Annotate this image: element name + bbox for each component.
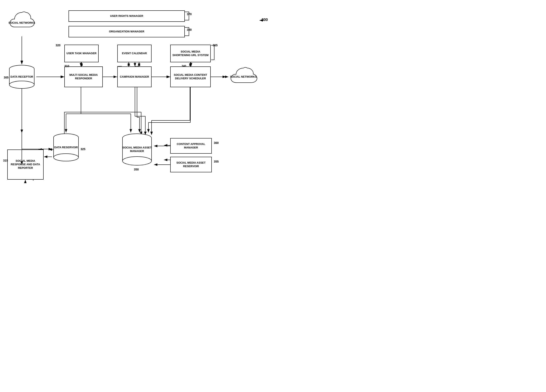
social-media-asset-reservoir-box: SOCIAL MEDIA ASSET RESERVOIR (170, 157, 212, 172)
main-ref: 300 (262, 18, 268, 22)
social-media-shortening-url-box: SOCIAL MEDIA SHORTENING URL SYSTEM (170, 45, 211, 62)
social-media-asset-reservoir-ref: 355 (214, 160, 219, 163)
content-approval-manager-box: CONTENT APPROVAL MANAGER (170, 138, 212, 154)
data-reservoir-ref: 325 (81, 147, 85, 151)
social-media-shortening-url-label: SOCIAL MEDIA SHORTENING URL SYSTEM (172, 50, 209, 57)
svg-point-38 (9, 81, 34, 88)
social-media-asset-manager-ref: 350 (134, 168, 139, 171)
user-task-manager-ref: 320 (56, 44, 60, 47)
data-receptor-ref: 305 (4, 76, 8, 79)
svg-point-48 (123, 157, 152, 165)
data-reservoir-cylinder: DATA RESERVOIR (52, 133, 81, 162)
social-media-response-reporter-ref: 315 (3, 159, 8, 162)
organization-manager-label: ORGANIZATION MANAGER (109, 30, 144, 33)
user-rights-manager-label: USER RIGHTS MANAGER (110, 14, 143, 18)
campaign-manager-box: CAMPAIGN MANAGER (117, 66, 152, 87)
multi-social-media-responder-box: MULTI SOCIAL MEDIA RESPONDER (64, 66, 103, 87)
social-networks-right-label: SOCIAL NETWORKS (228, 73, 258, 80)
user-task-manager-label: USER TASK MANAGER (66, 52, 97, 55)
social-media-content-delivery-scheduler-box: SOCIAL MEDIA CONTENT DELIVERY SCHEDULER (170, 66, 211, 87)
multi-social-media-responder-ref: 310 (64, 64, 69, 68)
event-calendar-box: EVENT CALENDAR (117, 45, 152, 62)
event-calendar-label: EVENT CALENDAR (122, 52, 147, 55)
social-media-asset-reservoir-label: SOCIAL MEDIA ASSET RESERVOIR (172, 161, 210, 168)
data-receptor-label: DATA RECEPTOR (9, 74, 34, 80)
social-media-content-delivery-scheduler-label: SOCIAL MEDIA CONTENT DELIVERY SCHEDULER (172, 73, 209, 80)
diagram-container: SOCIAL NETWORKS USER RIGHTS MANAGER 370 … (0, 0, 273, 196)
organization-manager-ref: 380 (187, 28, 192, 31)
social-media-asset-manager-label: SOCIAL MEDIA ASSET MANAGER (120, 145, 154, 154)
social-networks-left: SOCIAL NETWORKS (6, 8, 37, 37)
social-media-response-reporter-box: SOCIAL MEDIA RESPONSE AND DATA REPORTER (7, 150, 44, 180)
social-media-shortening-url-ref: 365 (213, 44, 218, 47)
social-networks-left-label: SOCIAL NETWORKS (7, 20, 37, 26)
svg-point-43 (53, 154, 78, 161)
campaign-manager-label: CAMPAIGN MANAGER (120, 75, 149, 79)
user-rights-manager-box: USER RIGHTS MANAGER (69, 10, 185, 22)
multi-social-media-responder-label: MULTI SOCIAL MEDIA RESPONDER (66, 73, 101, 80)
social-media-response-reporter-label: SOCIAL MEDIA RESPONSE AND DATA REPORTER (9, 159, 42, 170)
content-approval-manager-label: CONTENT APPROVAL MANAGER (172, 143, 210, 150)
social-networks-right: SOCIAL NETWORKS (226, 64, 260, 89)
user-rights-manager-ref: 370 (187, 13, 192, 16)
user-task-manager-box: USER TASK MANAGER (64, 45, 99, 62)
social-media-asset-manager-cylinder: SOCIAL MEDIA ASSET MANAGER (120, 133, 154, 166)
data-receptor-cylinder: DATA RECEPTOR (7, 64, 36, 89)
data-reservoir-label: DATA RESERVOIR (53, 144, 79, 150)
organization-manager-box: ORGANIZATION MANAGER (69, 26, 185, 37)
content-approval-manager-ref: 360 (214, 141, 219, 144)
